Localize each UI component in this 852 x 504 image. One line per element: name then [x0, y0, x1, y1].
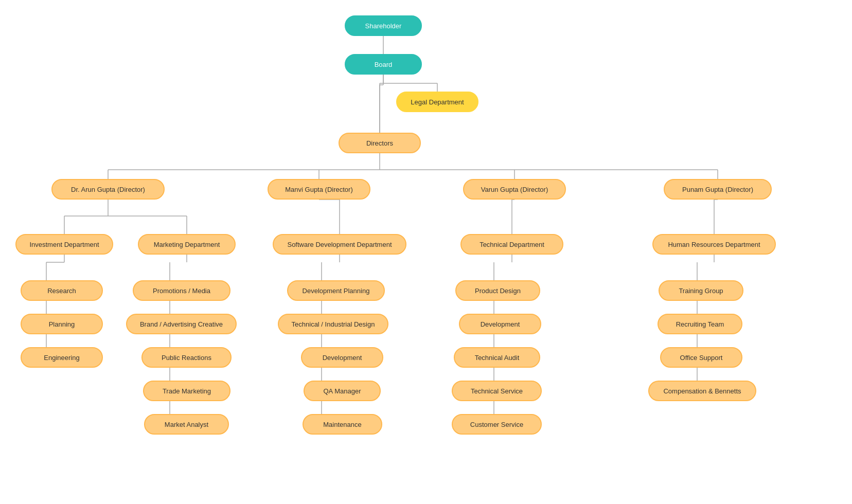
development-tech-node: Development — [459, 314, 541, 334]
legal-node: Legal Department — [396, 92, 478, 112]
tech-service-node: Technical Service — [452, 381, 542, 401]
punam-director-node: Punam Gupta (Director) — [664, 179, 772, 200]
manvi-director-node: Manvi Gupta (Director) — [268, 179, 370, 200]
public-reactions-node: Public Reactions — [141, 347, 232, 368]
varun-director-node: Varun Gupta (Director) — [463, 179, 566, 200]
technical-dept-node: Technical Department — [460, 234, 563, 255]
dev-software-node: Development — [301, 347, 383, 368]
org-chart: Shareholder Board Legal Department Direc… — [0, 0, 852, 504]
engineering-node: Engineering — [21, 347, 103, 368]
training-node: Training Group — [659, 280, 743, 301]
market-analyst-node: Market Analyst — [144, 414, 229, 435]
compensation-node: Compensation & Bennetts — [648, 381, 756, 401]
tech-industrial-node: Technical / Industrial Design — [278, 314, 388, 334]
investment-dept-node: Investment Department — [15, 234, 113, 255]
office-support-node: Office Support — [660, 347, 742, 368]
research-node: Research — [21, 280, 103, 301]
trade-marketing-node: Trade Marketing — [143, 381, 230, 401]
tech-audit-node: Technical Audit — [454, 347, 540, 368]
product-design-node: Product Design — [455, 280, 540, 301]
board-node: Board — [345, 54, 422, 75]
arun-director-node: Dr. Arun Gupta (Director) — [51, 179, 165, 200]
promotions-node: Promotions / Media — [133, 280, 230, 301]
customer-service-node: Customer Service — [452, 414, 542, 435]
recruiting-node: Recruiting Team — [658, 314, 742, 334]
hr-dept-node: Human Resources Department — [652, 234, 776, 255]
maintenance-node: Maintenance — [303, 414, 382, 435]
qa-node: QA Manager — [304, 381, 381, 401]
marketing-dept-node: Marketing Department — [138, 234, 236, 255]
shareholder-node: Shareholder — [345, 15, 422, 36]
software-dept-node: Software Development Department — [273, 234, 406, 255]
brand-node: Brand / Advertising Creative — [126, 314, 237, 334]
dev-planning-node: Development Planning — [287, 280, 385, 301]
planning-node: Planning — [21, 314, 103, 334]
directors-node: Directors — [339, 133, 421, 153]
